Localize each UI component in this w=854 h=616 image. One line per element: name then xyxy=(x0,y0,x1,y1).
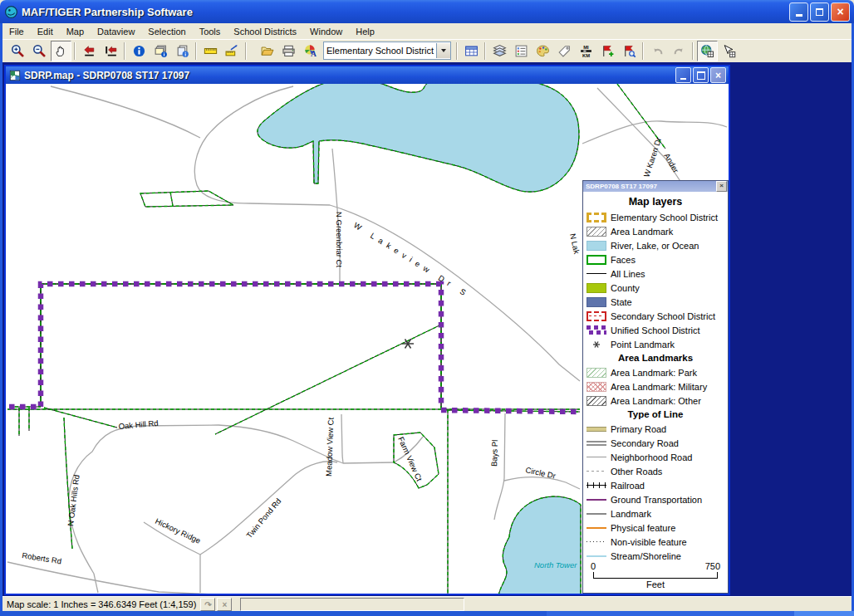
flag-zoom-button[interactable] xyxy=(619,41,640,61)
legend-item-primary-road[interactable]: Primary Road xyxy=(583,422,728,436)
minimize-icon xyxy=(796,14,802,17)
scale-refresh-button[interactable]: ↷ xyxy=(200,598,215,611)
legend-item-other-roads[interactable]: Other Roads xyxy=(583,464,728,478)
zoom-in-button[interactable] xyxy=(7,41,28,61)
pointer-grid-button[interactable] xyxy=(719,41,739,61)
menu-file[interactable]: File xyxy=(2,25,31,38)
restore-icon xyxy=(816,8,823,16)
legend-item-all-lines[interactable]: All Lines xyxy=(583,266,728,281)
legend-item-secondary-road[interactable]: Secondary Road xyxy=(583,436,728,450)
map-close-button[interactable]: × xyxy=(710,67,726,83)
map-document-window: SDRP.map - SDRP0708 ST17 17097 × xyxy=(4,65,730,595)
map-scale-status: Map scale: 1 Inches = 346.6349 Feet (1:4… xyxy=(2,599,200,609)
map-window-title-bar[interactable]: SDRP.map - SDRP0708 ST17 17097 × xyxy=(6,66,729,84)
close-button[interactable]: × xyxy=(831,2,850,22)
layers-button[interactable] xyxy=(489,41,510,61)
map-minimize-button[interactable] xyxy=(675,67,691,83)
legend-item-non-visible-feature[interactable]: Non-visible feature xyxy=(583,535,728,549)
print-button[interactable] xyxy=(278,41,299,61)
legend-item-label: Other Roads xyxy=(611,467,662,477)
minimize-button[interactable] xyxy=(789,2,808,22)
legend-item-label: County xyxy=(611,283,640,293)
pan-button[interactable] xyxy=(51,41,71,61)
legend-item-ground-transportation[interactable]: Ground Transportation xyxy=(583,492,728,506)
legend-item-label: Area Landmark: Other xyxy=(611,396,701,406)
legend-item-state[interactable]: State xyxy=(583,295,728,309)
map-label-bays-pl: Bays Pl xyxy=(489,439,499,467)
map-document-icon xyxy=(9,70,21,81)
measure-distance-button[interactable] xyxy=(222,41,243,61)
scale-min: 0 xyxy=(591,561,596,571)
dropdown-arrow-icon[interactable] xyxy=(436,43,450,58)
units-mi-km-button[interactable]: MIKM xyxy=(576,41,596,61)
window-frame-left xyxy=(0,23,2,611)
legend-item-county[interactable]: County xyxy=(583,281,728,295)
menu-map[interactable]: Map xyxy=(60,25,91,38)
window-frame-bottom[interactable] xyxy=(0,611,854,616)
palette-button[interactable] xyxy=(533,41,553,61)
legend-item-physical-feature[interactable]: Physical feature xyxy=(583,521,728,535)
landmark-line-swatch xyxy=(587,509,606,519)
previous-extent-button[interactable] xyxy=(79,41,100,61)
legend-item-area-landmark-military[interactable]: Area Landmark: Military xyxy=(583,379,728,394)
redo-button[interactable] xyxy=(669,41,690,61)
legend-list-button[interactable] xyxy=(511,41,532,61)
menu-selection[interactable]: Selection xyxy=(141,25,192,38)
restore-button[interactable] xyxy=(810,2,829,22)
dataview-table-button[interactable] xyxy=(461,41,482,61)
menu-edit[interactable]: Edit xyxy=(31,25,60,38)
menu-window[interactable]: Window xyxy=(303,25,349,38)
zoom-out-button[interactable] xyxy=(29,41,50,61)
font-color-button[interactable]: A xyxy=(300,41,321,61)
secondary-district-swatch xyxy=(587,311,606,321)
map-label-oak-hill-rd: Oak Hill Rd xyxy=(118,418,159,431)
flag-add-button[interactable] xyxy=(597,41,618,61)
initial-extent-button[interactable] xyxy=(101,41,121,61)
legend-item-point-landmark[interactable]: Point Landmark xyxy=(583,337,728,351)
legend-item-railroad[interactable]: Railroad xyxy=(583,478,728,492)
undo-button[interactable] xyxy=(647,41,668,61)
scale-max: 750 xyxy=(705,561,720,571)
print-icon xyxy=(282,44,296,58)
identify-button[interactable] xyxy=(129,41,150,61)
legend-title-bar[interactable]: SDRP0708 ST17 17097 × xyxy=(583,181,728,192)
legend-item-label: Faces xyxy=(611,255,636,265)
legend-item-landmark[interactable]: Landmark xyxy=(583,506,728,521)
open-folder-icon xyxy=(260,44,274,58)
legend-item-area-landmark-other[interactable]: Area Landmark: Other xyxy=(583,394,728,408)
ruler-button[interactable] xyxy=(200,41,221,61)
menu-help[interactable]: Help xyxy=(349,25,381,38)
state-swatch xyxy=(587,297,606,307)
legend-item-area-landmark-park[interactable]: Area Landmark: Park xyxy=(583,365,728,379)
menu-dataview[interactable]: Dataview xyxy=(91,25,141,38)
toolbar-separator xyxy=(245,42,247,60)
toolbar: A Elementary School District MIKM xyxy=(2,39,852,63)
scale-cancel-button[interactable]: × xyxy=(217,598,232,611)
map-label-circle-dr: Circle Dr xyxy=(525,465,557,480)
legend-item-faces[interactable]: Faces xyxy=(583,252,728,266)
label-tag-button[interactable] xyxy=(554,41,575,61)
lake-top xyxy=(258,84,579,192)
legend-close-button[interactable]: × xyxy=(716,181,727,192)
legend-item-unified-school-district[interactable]: Unified School District xyxy=(583,323,728,337)
menu-tools[interactable]: Tools xyxy=(193,25,228,38)
legend-item-neighborhood-road[interactable]: Neighborhood Road xyxy=(583,450,728,464)
previous-extent-icon xyxy=(82,44,96,58)
legend-item-label: Elementary School District xyxy=(611,213,718,222)
globe-grid-button[interactable] xyxy=(697,41,718,61)
identify-all-button[interactable] xyxy=(172,41,193,61)
legend-item-stream-shoreline[interactable]: Stream/Shoreline xyxy=(583,549,728,560)
district-type-dropdown[interactable]: Elementary School District xyxy=(323,42,451,60)
legend-item-secondary-school-district[interactable]: Secondary School District xyxy=(583,309,728,323)
identify-layers-button[interactable] xyxy=(150,41,171,61)
app-title: MAF/TIGER Partnership Software xyxy=(22,6,193,18)
map-canvas[interactable]: W Lakeview Dr SN Greenbriar CtN LakW Kar… xyxy=(6,84,729,594)
legend-item-area-landmark[interactable]: Area Landmark xyxy=(583,224,728,238)
menu-school-districts[interactable]: School Districts xyxy=(227,25,303,38)
open-button[interactable] xyxy=(257,41,277,61)
map-maximize-button[interactable] xyxy=(693,67,709,83)
legend-item-river-lake-or-ocean[interactable]: River, Lake, or Ocean xyxy=(583,238,728,252)
legend-item-elementary-school-district[interactable]: Elementary School District xyxy=(583,210,728,224)
legend-item-label: Unified School District xyxy=(611,325,700,335)
faces-swatch xyxy=(587,255,606,265)
